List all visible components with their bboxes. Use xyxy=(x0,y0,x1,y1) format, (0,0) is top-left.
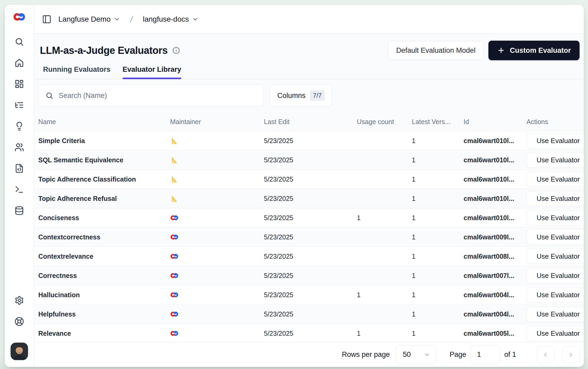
custom-evaluator-label: Custom Evaluator xyxy=(510,46,571,55)
cell-id: cmal6wart004l... xyxy=(464,291,526,299)
next-page-button[interactable] xyxy=(562,346,580,363)
table-body: Simple Criteria 5/23/2025 1 cmal6wart010… xyxy=(34,131,584,342)
cell-latest-version: 1 xyxy=(412,156,464,164)
main-area: Langfuse Demo langfuse-docs LLM-as-a-Jud… xyxy=(34,5,584,367)
use-evaluator-button[interactable]: Use Evaluator xyxy=(526,306,584,322)
cell-id: cmal6wart010l... xyxy=(464,176,526,183)
tab-running-evaluators[interactable]: Running Evaluators xyxy=(43,65,110,79)
cell-maintainer xyxy=(170,195,264,202)
use-evaluator-button[interactable]: Use Evaluator xyxy=(526,229,584,245)
cell-maintainer xyxy=(170,214,264,222)
custom-evaluator-button[interactable]: Custom Evaluator xyxy=(488,41,580,60)
cell-maintainer xyxy=(170,137,264,145)
rows-per-page-label: Rows per page xyxy=(342,351,390,359)
use-evaluator-button[interactable]: Use Evaluator xyxy=(526,249,584,264)
table-row[interactable]: SQL Semantic Equivalence 5/23/2025 1 cma… xyxy=(34,150,584,170)
search-icon[interactable] xyxy=(15,37,24,46)
table-row[interactable]: Contextrelevance 5/23/2025 1 cmal6wart00… xyxy=(34,247,584,266)
use-evaluator-button[interactable]: Use Evaluator xyxy=(526,172,584,187)
chevron-down-icon xyxy=(424,352,430,358)
columns-button[interactable]: Columns 7/7 xyxy=(270,84,332,107)
rows-per-page-value: 50 xyxy=(403,351,411,359)
langfuse-maintainer-icon xyxy=(170,272,179,280)
langfuse-maintainer-icon xyxy=(170,252,179,260)
table-row[interactable]: Contextcorrectness 5/23/2025 1 cmal6wart… xyxy=(34,228,584,247)
use-evaluator-button[interactable]: Use Evaluator xyxy=(526,191,584,206)
file-code-icon[interactable] xyxy=(15,164,24,173)
users-icon[interactable] xyxy=(15,143,24,152)
table-row[interactable]: Helpfulness 5/23/2025 1 cmal6wart004l...… xyxy=(34,305,584,324)
columns-label: Columns xyxy=(277,92,306,100)
search-input[interactable] xyxy=(58,91,257,100)
app-window: Langfuse Demo langfuse-docs LLM-as-a-Jud… xyxy=(5,5,584,367)
terminal-icon[interactable] xyxy=(15,185,24,194)
cell-name: Topic Adherence Refusal xyxy=(38,195,170,202)
table-row[interactable]: Topic Adherence Refusal 5/23/2025 1 cmal… xyxy=(34,189,584,208)
cell-last-edit: 5/23/2025 xyxy=(264,330,357,337)
cell-last-edit: 5/23/2025 xyxy=(264,272,357,280)
cell-name: Relevance xyxy=(38,330,170,337)
cell-name: Contextcorrectness xyxy=(38,233,170,241)
cell-id: cmal6wart010l... xyxy=(464,214,526,222)
langfuse-maintainer-icon xyxy=(170,214,179,222)
use-evaluator-button[interactable]: Use Evaluator xyxy=(526,210,584,225)
cell-name: Correctness xyxy=(38,272,170,280)
dashboard-icon[interactable] xyxy=(15,79,24,89)
column-header-latest-version: Latest Vers... xyxy=(412,118,464,126)
cell-last-edit: 5/23/2025 xyxy=(264,310,357,318)
sidebar xyxy=(5,5,34,367)
cell-id: cmal6wart005l... xyxy=(464,330,526,337)
page-number-input[interactable] xyxy=(470,346,500,364)
org-switcher[interactable]: Langfuse Demo xyxy=(58,15,120,23)
cell-maintainer xyxy=(170,175,264,183)
support-lifebuoy-icon[interactable] xyxy=(15,317,24,326)
cell-id: cmal6wart004l... xyxy=(464,310,526,318)
table-row[interactable]: Hallucination 5/23/2025 1 1 cmal6wart004… xyxy=(34,285,584,305)
use-evaluator-button[interactable]: Use Evaluator xyxy=(526,326,584,341)
langfuse-maintainer-icon xyxy=(170,329,179,337)
ragas-maintainer-icon xyxy=(170,175,179,183)
use-evaluator-button[interactable]: Use Evaluator xyxy=(526,287,584,302)
cell-latest-version: 1 xyxy=(412,272,464,280)
lightbulb-icon[interactable] xyxy=(15,121,24,131)
cell-id: cmal6wart008l... xyxy=(464,253,526,260)
langfuse-maintainer-icon xyxy=(170,291,179,299)
tracing-tree-icon[interactable] xyxy=(15,100,24,110)
page-label: Page xyxy=(450,351,466,359)
cell-maintainer xyxy=(170,272,264,280)
cell-id: cmal6wart009l... xyxy=(464,233,526,241)
home-icon[interactable] xyxy=(15,58,24,68)
use-evaluator-button[interactable]: Use Evaluator xyxy=(526,152,584,168)
langfuse-maintainer-icon xyxy=(170,233,179,241)
tab-evaluator-library[interactable]: Evaluator Library xyxy=(123,65,181,79)
column-header-last-edit: Last Edit xyxy=(264,118,357,126)
chevron-down-icon xyxy=(192,16,198,22)
user-avatar[interactable] xyxy=(11,343,28,360)
project-switcher[interactable]: langfuse-docs xyxy=(143,15,198,23)
cell-latest-version: 1 xyxy=(412,176,464,183)
use-evaluator-button[interactable]: Use Evaluator xyxy=(526,133,584,148)
rows-per-page-select[interactable]: 50 xyxy=(396,346,436,364)
use-evaluator-button[interactable]: Use Evaluator xyxy=(526,268,584,283)
column-header-name: Name xyxy=(38,118,170,126)
cell-name: Hallucination xyxy=(38,291,170,299)
cell-last-edit: 5/23/2025 xyxy=(264,195,357,202)
table-row[interactable]: Conciseness 5/23/2025 1 1 cmal6wart010l.… xyxy=(34,208,584,228)
cell-id: cmal6wart007l... xyxy=(464,272,526,280)
chevron-down-icon xyxy=(114,16,120,22)
settings-gear-icon[interactable] xyxy=(15,296,24,305)
previous-page-button[interactable] xyxy=(537,346,554,363)
database-icon[interactable] xyxy=(15,206,24,215)
table-row[interactable]: Topic Adherence Classification 5/23/2025… xyxy=(34,170,584,189)
column-header-usage-count: Usage count xyxy=(357,118,412,126)
table-row[interactable]: Simple Criteria 5/23/2025 1 cmal6wart010… xyxy=(34,131,584,150)
table-row[interactable]: Relevance 5/23/2025 1 1 cmal6wart005l...… xyxy=(34,324,584,342)
column-header-maintainer: Maintainer xyxy=(170,118,264,126)
project-name: langfuse-docs xyxy=(143,15,189,23)
sidebar-toggle-icon[interactable] xyxy=(42,15,52,24)
page-header: LLM-as-a-Judge Evaluators Default Evalua… xyxy=(34,34,584,60)
info-icon[interactable] xyxy=(172,47,180,54)
table-row[interactable]: Correctness 5/23/2025 1 cmal6wart007l...… xyxy=(34,266,584,285)
langfuse-logo-icon[interactable] xyxy=(13,12,26,22)
default-evaluation-model-button[interactable]: Default Evaluation Model xyxy=(388,41,484,60)
